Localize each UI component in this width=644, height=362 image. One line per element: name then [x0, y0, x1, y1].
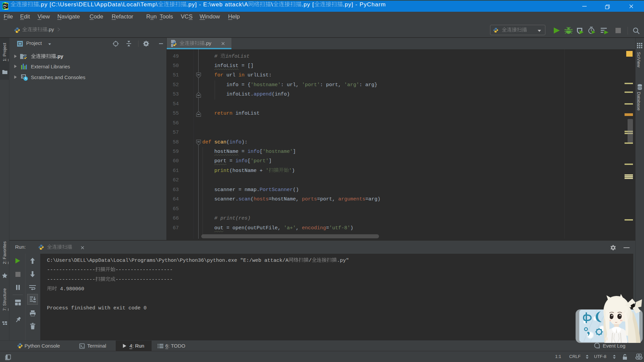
svg-text:PC: PC	[3, 4, 7, 7]
